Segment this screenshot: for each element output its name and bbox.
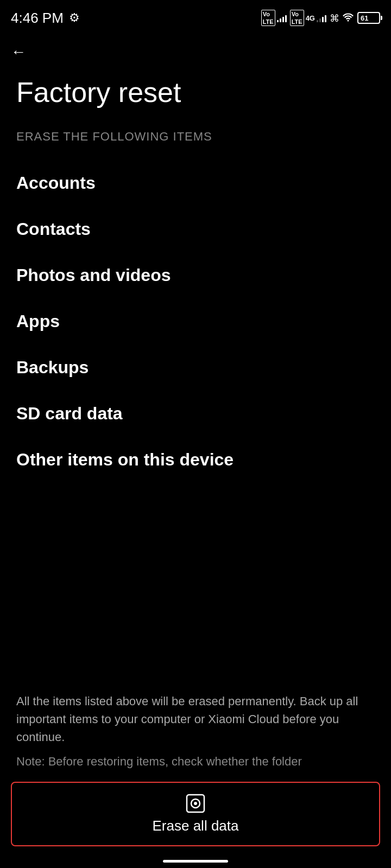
list-item: Other items on this device bbox=[0, 437, 391, 483]
note-text: Note: Before restoring items, check whet… bbox=[16, 752, 375, 770]
erase-items-list: Accounts Contacts Photos and videos Apps… bbox=[0, 155, 391, 488]
home-indicator bbox=[163, 860, 228, 863]
status-time: 4:46 PM ⚙ bbox=[11, 10, 80, 27]
bar bbox=[322, 17, 324, 22]
time-display: 4:46 PM bbox=[11, 10, 64, 27]
gear-icon: ⚙ bbox=[69, 11, 80, 25]
bar bbox=[319, 18, 321, 22]
list-item: Contacts bbox=[0, 206, 391, 252]
signal-block-2: VoLTE 4G bbox=[290, 10, 326, 27]
signal-bars-2 bbox=[317, 14, 326, 22]
page-title: Factory reset bbox=[0, 66, 391, 124]
status-icons: VoLTE VoLTE 4G ⌘ bbox=[261, 10, 380, 27]
warning-section: All the items listed above will be erase… bbox=[0, 681, 391, 781]
erase-button-container: Erase all data bbox=[0, 782, 391, 846]
bar bbox=[317, 20, 318, 22]
bar bbox=[277, 20, 279, 22]
section-header: ERASE THE FOLLOWING ITEMS bbox=[0, 124, 391, 155]
battery-level: 61 bbox=[361, 14, 368, 22]
list-item: SD card data bbox=[0, 391, 391, 437]
bar bbox=[280, 18, 281, 22]
volte-badge-1: VoLTE bbox=[261, 10, 275, 27]
svg-point-2 bbox=[194, 802, 197, 805]
battery-indicator: 61 bbox=[357, 12, 380, 24]
list-item: Photos and videos bbox=[0, 252, 391, 298]
signal-block-1: VoLTE bbox=[261, 10, 287, 27]
list-item: Backups bbox=[0, 344, 391, 391]
erase-all-data-button[interactable]: Erase all data bbox=[11, 782, 380, 846]
bar bbox=[282, 17, 284, 22]
list-item: Apps bbox=[0, 298, 391, 344]
volte-badge-2: VoLTE bbox=[290, 10, 304, 27]
bar bbox=[285, 15, 287, 22]
back-arrow-icon: ← bbox=[11, 43, 26, 60]
lte-label: 4G bbox=[306, 14, 315, 22]
list-item: Accounts bbox=[0, 160, 391, 206]
wifi-svg bbox=[342, 12, 354, 22]
status-bar: 4:46 PM ⚙ VoLTE VoLTE 4G ⌘ bbox=[0, 0, 391, 33]
wifi-icon: ⌘ bbox=[330, 12, 354, 24]
bar bbox=[325, 15, 326, 22]
erase-icon bbox=[186, 794, 205, 813]
warning-text: All the items listed above will be erase… bbox=[16, 692, 375, 746]
back-button[interactable]: ← bbox=[0, 33, 391, 66]
signal-bars-1 bbox=[277, 14, 287, 22]
erase-button-label: Erase all data bbox=[153, 818, 239, 834]
